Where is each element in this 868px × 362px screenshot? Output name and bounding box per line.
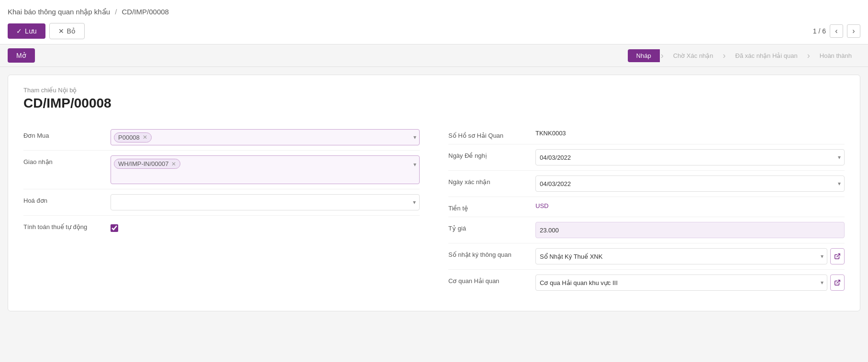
don-mua-arrow: ▾ bbox=[413, 134, 416, 141]
ngay-de-nghi-row: Ngày Đề nghị bbox=[448, 144, 845, 171]
so-nhat-ky-value: Sổ Nhật Ký Thuế XNK bbox=[535, 248, 845, 264]
so-ho-so-value: TKNK0003 bbox=[535, 129, 845, 137]
ngay-de-nghi-value bbox=[535, 149, 845, 165]
pagination: 1 / 6 ‹ › bbox=[813, 24, 860, 38]
ngay-xac-nhan-label: Ngày xác nhận bbox=[448, 176, 530, 186]
form-grid: Đơn Mua P00008 ✕ ▾ Giao nhận bbox=[23, 124, 845, 296]
tien-te-row: Tiền tệ USD bbox=[448, 197, 845, 217]
so-ho-so-row: Số Hồ sơ Hải Quan TKNK0003 bbox=[448, 124, 845, 144]
giao-nhan-tag: WH/IMP-IN/00007 ✕ bbox=[114, 159, 180, 169]
cancel-button[interactable]: ✕ Bỏ bbox=[49, 23, 85, 39]
co-quan-value: Cơ qua Hải quan khu vực III bbox=[535, 274, 845, 291]
giao-nhan-field[interactable]: WH/IMP-IN/00007 ✕ ▾ bbox=[111, 155, 420, 184]
giao-nhan-tag-close[interactable]: ✕ bbox=[171, 161, 176, 167]
save-label: Lưu bbox=[25, 27, 37, 35]
ngay-xac-nhan-input[interactable] bbox=[535, 176, 845, 192]
so-nhat-ky-select-wrapper: Sổ Nhật Ký Thuế XNK bbox=[535, 248, 827, 264]
hoa-don-select[interactable] bbox=[111, 194, 420, 210]
don-mua-value: P00008 ✕ ▾ bbox=[111, 129, 420, 145]
giao-nhan-value: WH/IMP-IN/00007 ✕ ▾ bbox=[111, 155, 420, 184]
cancel-icon: ✕ bbox=[58, 27, 64, 35]
step-arrow-1: › bbox=[661, 51, 664, 61]
giao-nhan-row: Giao nhận WH/IMP-IN/00007 ✕ ▾ bbox=[23, 151, 420, 189]
step-cho-xac-nhan: Chờ Xác nhận bbox=[665, 49, 722, 62]
right-column: Số Hồ sơ Hải Quan TKNK0003 Ngày Đề nghị … bbox=[448, 124, 845, 296]
open-button[interactable]: Mở bbox=[8, 48, 35, 63]
pagination-prev[interactable]: ‹ bbox=[830, 24, 843, 38]
breadcrumb-sep: / bbox=[115, 8, 117, 16]
hoa-don-value bbox=[111, 194, 420, 210]
so-nhat-ky-label: Số nhật ký thông quan bbox=[448, 248, 530, 258]
co-quan-wrapper: Cơ qua Hải quan khu vực III bbox=[535, 274, 845, 291]
save-button[interactable]: ✓ Lưu bbox=[8, 23, 45, 39]
co-quan-row: Cơ quan Hải quan Cơ qua Hải quan khu vực… bbox=[448, 270, 845, 296]
so-ho-so-text: TKNK0003 bbox=[535, 127, 566, 137]
main-content: Tham chiếu Nội bộ CD/IMP/00008 Đơn Mua P… bbox=[8, 75, 860, 311]
save-icon: ✓ bbox=[16, 27, 22, 35]
so-nhat-ky-external-link[interactable] bbox=[830, 248, 845, 264]
hoa-don-label: Hoá đơn bbox=[23, 194, 105, 204]
co-quan-select-wrapper: Cơ qua Hải quan khu vực III bbox=[535, 274, 827, 291]
section-label: Tham chiếu Nội bộ bbox=[23, 87, 845, 94]
step-da-xac-nhan: Đã xác nhận Hải quan bbox=[727, 49, 806, 62]
co-quan-external-link[interactable] bbox=[830, 274, 845, 291]
ngay-de-nghi-wrapper bbox=[535, 149, 845, 165]
breadcrumb-current: CD/IMP/00008 bbox=[122, 8, 169, 16]
record-id: CD/IMP/00008 bbox=[23, 96, 845, 111]
so-nhat-ky-wrapper: Sổ Nhật Ký Thuế XNK bbox=[535, 248, 845, 264]
external-link-icon bbox=[834, 253, 841, 260]
tien-te-value: USD bbox=[535, 202, 845, 209]
breadcrumb: Khai báo thông quan nhập khẩu / CD/IMP/0… bbox=[8, 4, 860, 19]
ty-gia-label: Tỷ giá bbox=[448, 222, 530, 232]
hoa-don-select-wrapper bbox=[111, 194, 420, 210]
tinh-thue-value bbox=[111, 220, 420, 233]
so-nhat-ky-row: Số nhật ký thông quan Sổ Nhật Ký Thuế XN… bbox=[448, 243, 845, 270]
tinh-thue-row: Tính toán thuế tự động bbox=[23, 216, 420, 238]
so-nhat-ky-select[interactable]: Sổ Nhật Ký Thuế XNK bbox=[535, 248, 827, 264]
breadcrumb-parent[interactable]: Khai báo thông quan nhập khẩu bbox=[8, 8, 110, 16]
hoa-don-row: Hoá đơn bbox=[23, 189, 420, 216]
so-ho-so-label: Số Hồ sơ Hải Quan bbox=[448, 129, 530, 139]
left-column: Đơn Mua P00008 ✕ ▾ Giao nhận bbox=[23, 124, 420, 296]
giao-nhan-label: Giao nhận bbox=[23, 155, 105, 165]
co-quan-label: Cơ quan Hải quan bbox=[448, 274, 530, 285]
tien-te-text[interactable]: USD bbox=[535, 199, 548, 209]
ty-gia-input[interactable] bbox=[535, 222, 845, 238]
don-mua-field[interactable]: P00008 ✕ ▾ bbox=[111, 129, 420, 145]
don-mua-tag-p00008: P00008 ✕ bbox=[114, 132, 152, 143]
co-quan-select[interactable]: Cơ qua Hải quan khu vực III bbox=[535, 274, 827, 291]
ngay-de-nghi-label: Ngày Đề nghị bbox=[448, 149, 530, 159]
don-mua-tag-close[interactable]: ✕ bbox=[143, 134, 147, 141]
ngay-xac-nhan-value bbox=[535, 176, 845, 192]
external-link-icon-2 bbox=[834, 279, 841, 286]
step-hoan-thanh: Hoàn thành bbox=[811, 49, 860, 62]
ty-gia-value bbox=[535, 222, 845, 238]
don-mua-row: Đơn Mua P00008 ✕ ▾ bbox=[23, 124, 420, 151]
tinh-thue-label: Tính toán thuế tự động bbox=[23, 220, 105, 230]
status-bar: Mở Nháp › Chờ Xác nhận › Đã xác nhận Hải… bbox=[0, 44, 868, 67]
svg-line-0 bbox=[837, 254, 840, 257]
workflow-steps: Nháp › Chờ Xác nhận › Đã xác nhận Hải qu… bbox=[628, 49, 860, 62]
step-nhap: Nháp bbox=[628, 49, 660, 62]
ty-gia-row: Tỷ giá bbox=[448, 217, 845, 243]
svg-line-1 bbox=[837, 280, 840, 283]
ngay-xac-nhan-row: Ngày xác nhận bbox=[448, 171, 845, 197]
ngay-de-nghi-input[interactable] bbox=[535, 149, 845, 165]
step-arrow-3: › bbox=[807, 51, 810, 61]
cancel-label: Bỏ bbox=[67, 27, 76, 35]
don-mua-label: Đơn Mua bbox=[23, 129, 105, 139]
tien-te-label: Tiền tệ bbox=[448, 202, 530, 212]
giao-nhan-arrow: ▾ bbox=[413, 161, 416, 168]
pagination-next[interactable]: › bbox=[847, 24, 860, 38]
toolbar: ✓ Lưu ✕ Bỏ 1 / 6 ‹ › bbox=[8, 19, 860, 44]
tinh-thue-checkbox[interactable] bbox=[111, 224, 118, 232]
ngay-xac-nhan-wrapper bbox=[535, 176, 845, 192]
pagination-display: 1 / 6 bbox=[813, 27, 826, 35]
step-arrow-2: › bbox=[723, 51, 726, 61]
